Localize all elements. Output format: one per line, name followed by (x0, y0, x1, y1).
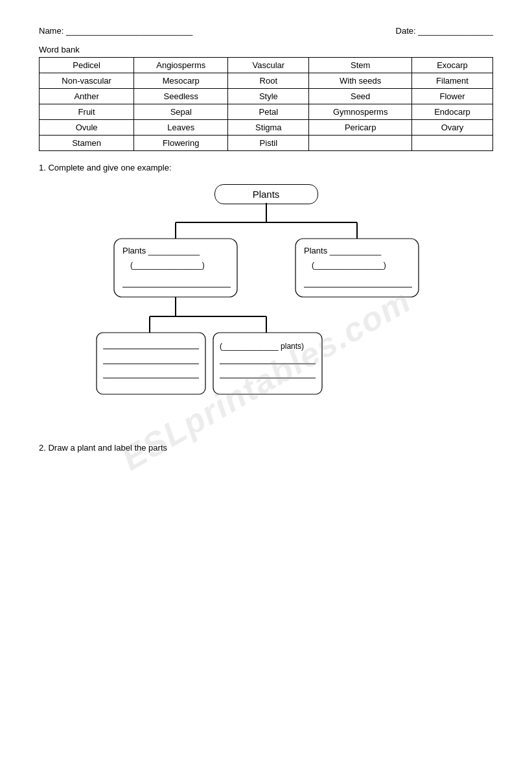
word-bank-cell: Petal (228, 104, 309, 120)
word-bank-cell: Pedicel (40, 58, 134, 73)
diagram-svg: Plants ___________ (________________) Pl… (85, 203, 448, 423)
svg-text:Plants ___________: Plants ___________ (122, 246, 200, 255)
word-bank-cell: Ovary (411, 120, 492, 136)
draw-area (39, 464, 493, 646)
word-bank-cell: Stigma (228, 120, 309, 136)
word-bank-cell: Vascular (228, 58, 309, 73)
diagram: Plants Plants ___________ (_____________… (39, 184, 493, 423)
svg-text:Plants ___________: Plants ___________ (304, 246, 382, 255)
word-bank-cell: Root (228, 73, 309, 89)
word-bank-cell: Endocarp (411, 104, 492, 120)
word-bank-cell (411, 136, 492, 151)
word-bank-cell: Flowering (134, 136, 228, 151)
word-bank-table: PedicelAngiospermsVascularStemExocarpNon… (39, 57, 493, 151)
svg-text:(________________): (________________) (130, 261, 205, 270)
word-bank-cell: Angiosperms (134, 58, 228, 73)
word-bank-cell: With seeds (309, 73, 412, 89)
word-bank-label: Word bank (39, 45, 493, 54)
svg-text:(_____________ plants): (_____________ plants) (220, 342, 304, 351)
word-bank-cell: Style (228, 89, 309, 104)
word-bank-cell: Seedless (134, 89, 228, 104)
word-bank-cell: Stem (309, 58, 412, 73)
word-bank-cell (309, 136, 412, 151)
word-bank-cell: Sepal (134, 104, 228, 120)
word-bank-cell: Gymnosperms (309, 104, 412, 120)
word-bank-cell: Exocarp (411, 58, 492, 73)
word-bank-cell: Flower (411, 89, 492, 104)
name-underline: ___________________________ (66, 26, 192, 36)
svg-text:(________________): (________________) (312, 261, 386, 270)
name-field: Name: ___________________________ (39, 26, 192, 36)
word-bank-cell: Pericarp (309, 120, 412, 136)
header: Name: ___________________________ Date: … (39, 26, 493, 36)
question1: 1. Complete and give one example: (39, 163, 493, 172)
word-bank-cell: Seed (309, 89, 412, 104)
name-label: Name: (39, 26, 64, 36)
word-bank-cell: Filament (411, 73, 492, 89)
word-bank-cell: Anther (40, 89, 134, 104)
question2: 2. Draw a plant and label the parts (39, 443, 493, 453)
date-label: Date: (396, 26, 416, 36)
word-bank-cell: Fruit (40, 104, 134, 120)
date-underline: ________________ (418, 26, 493, 36)
word-bank-cell: Non-vascular (40, 73, 134, 89)
word-bank-cell: Mesocarp (134, 73, 228, 89)
date-field: Date: ________________ (396, 26, 493, 36)
diagram-root-box: Plants (214, 184, 318, 204)
diagram-root-label: Plants (253, 189, 280, 200)
word-bank-cell: Leaves (134, 120, 228, 136)
word-bank-cell: Stamen (40, 136, 134, 151)
word-bank-cell: Pistil (228, 136, 309, 151)
word-bank-cell: Ovule (40, 120, 134, 136)
